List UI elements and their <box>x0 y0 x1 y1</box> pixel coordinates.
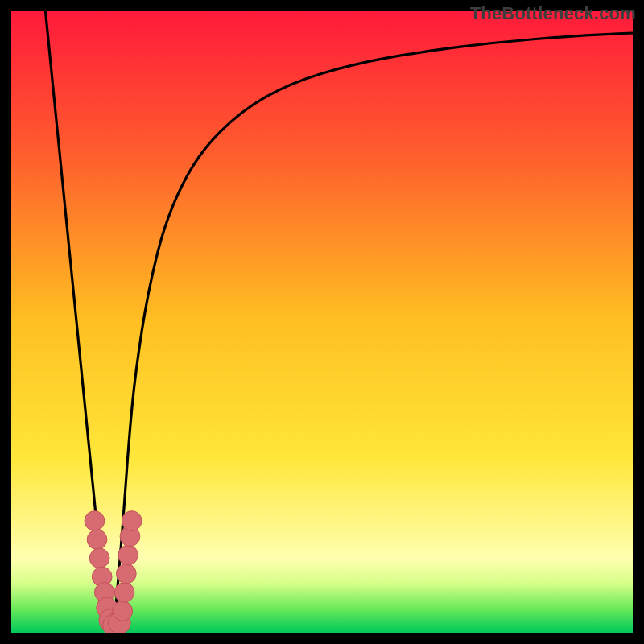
marker-dot <box>114 582 134 602</box>
marker-dot <box>89 548 109 568</box>
bottleneck-plot <box>11 11 633 633</box>
marker-dot <box>116 564 136 584</box>
marker-dot <box>87 530 107 550</box>
chart-stage: TheBottleneck.com <box>0 0 644 644</box>
marker-dot <box>122 511 142 531</box>
watermark-label: TheBottleneck.com <box>470 3 636 24</box>
marker-dot <box>113 601 133 621</box>
marker-dot <box>118 545 138 565</box>
marker-dot <box>85 511 105 531</box>
